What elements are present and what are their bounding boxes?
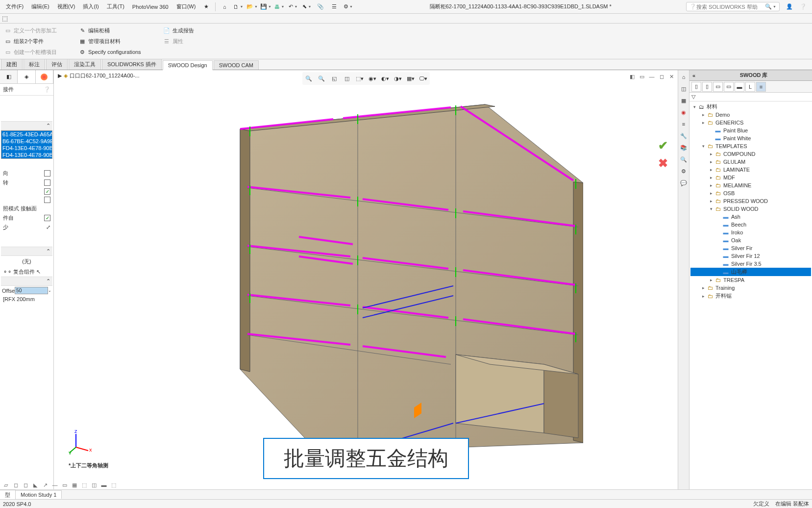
rp-collapse-icon[interactable]: « xyxy=(692,73,695,78)
tree-node-pressed-wood[interactable]: ▸🗀PRESSED WOOD xyxy=(690,197,811,205)
prev-view-icon[interactable]: ◱ xyxy=(329,73,340,84)
tab-0[interactable]: 建图 xyxy=(1,59,23,70)
tree-node-trespa[interactable]: ▸🗀TRESPA xyxy=(690,276,811,284)
tree-node-training[interactable]: ▸🗀Training xyxy=(690,284,811,292)
scene-icon[interactable]: ◐▾ xyxy=(380,73,391,84)
collapse-1[interactable]: ⌃ xyxy=(1,121,52,130)
left-tab-appearance[interactable] xyxy=(36,70,53,83)
left-tab-config[interactable]: ◈ xyxy=(18,70,35,83)
strip-wrench-icon[interactable]: 🔧 xyxy=(679,131,689,141)
tree-node-osb[interactable]: ▸🗀OSB xyxy=(690,189,811,197)
chk-1[interactable] xyxy=(44,170,50,177)
ribbon-properties[interactable]: ☰属性 xyxy=(162,36,195,46)
tree-node-generics[interactable]: ▸🗀GENERICS xyxy=(690,119,811,127)
rp-tab-2[interactable]: ▯ xyxy=(702,82,712,92)
settings-icon[interactable]: ⚙▼ xyxy=(342,1,354,13)
list-icon[interactable]: ☰ xyxy=(328,1,340,13)
strip-globe-icon[interactable]: ◉ xyxy=(679,107,689,117)
offset-dropdown[interactable]: ⌄ xyxy=(48,288,51,293)
strip-search-icon[interactable]: 🔍 xyxy=(679,154,689,164)
qb-9[interactable]: ⬚ xyxy=(80,481,88,489)
reject-icon[interactable]: ✖ xyxy=(658,156,668,170)
home-icon[interactable]: ⌂ xyxy=(219,1,230,13)
star-icon[interactable]: ★ xyxy=(200,1,212,13)
search-input[interactable] xyxy=(696,4,765,10)
menu-edit[interactable]: 编辑(E) xyxy=(27,0,53,13)
ribbon-define-shape[interactable]: ▭定义一个仿形加工 xyxy=(3,25,58,35)
material-tree[interactable]: ▾🗂材料 ▸🗀Demo▸🗀GENERICS▬Paint Blue▬Paint W… xyxy=(689,102,812,494)
bottom-tab-motion[interactable]: Motion Study 1 xyxy=(16,490,62,499)
new-icon[interactable]: 🗋▼ xyxy=(232,1,244,13)
rp-tab-3[interactable]: ▭ xyxy=(713,82,723,92)
zoom-fit-icon[interactable]: 🔍 xyxy=(303,73,314,84)
qb-2[interactable]: ◻ xyxy=(12,481,20,489)
screen-icon[interactable]: 🖵▾ xyxy=(418,73,429,84)
tree-node-silver-fir-12[interactable]: ▬Silver Fir 12 xyxy=(690,252,811,260)
tree-node-silver-fir-3.5[interactable]: ▬Silver Fir 3.5 xyxy=(690,260,811,268)
tab-6[interactable]: SWOOD CAM xyxy=(214,60,259,70)
help-icon[interactable]: ❔ xyxy=(797,1,809,13)
ribbon-manage-materials[interactable]: ▦管理项目材料 xyxy=(77,36,142,46)
strip-lib-icon[interactable]: 📚 xyxy=(679,143,689,152)
bottom-tab-model[interactable]: 型 xyxy=(0,490,16,500)
selection-list[interactable]: 61-8E25-43ED-A65A-I B6-67BE-4C52-9A9E- F… xyxy=(1,130,52,159)
chk-4[interactable] xyxy=(44,197,50,203)
search-icon[interactable]: 🔍 xyxy=(765,3,772,10)
orientation-triad[interactable]: z x y xyxy=(69,430,93,455)
tab-3[interactable]: 渲染工具 xyxy=(69,59,101,70)
collapse-2[interactable]: ⌃ xyxy=(1,247,52,256)
rp-tab-6[interactable]: L xyxy=(745,82,755,92)
tree-node-compound[interactable]: ▸🗀COMPOUND xyxy=(690,150,811,158)
strip-home-icon[interactable]: ⌂ xyxy=(679,72,689,82)
rp-tab-5[interactable]: ▬ xyxy=(735,82,744,92)
qb-1[interactable]: ▱ xyxy=(2,481,10,489)
display-style-icon[interactable]: ◉▾ xyxy=(367,73,378,84)
undo-icon[interactable]: ↶▼ xyxy=(287,1,299,13)
rp-tab-4[interactable]: ▭ xyxy=(724,82,734,92)
tree-node-paint-white[interactable]: ▬Paint White xyxy=(690,134,811,142)
chk-auto[interactable] xyxy=(44,215,50,221)
tree-node-demo[interactable]: ▸🗀Demo xyxy=(690,111,811,119)
strip-gear-icon[interactable]: ⚙ xyxy=(679,166,689,176)
tree-node-paint-blue[interactable]: ▬Paint Blue xyxy=(690,127,811,134)
viewport[interactable]: ▶◈口口口62-1700_11224A00-... 🔍 🔍 ◱ ◫ ⬚▾ ◉▾ … xyxy=(54,70,678,494)
user-icon[interactable]: 👤 xyxy=(784,1,795,13)
vp-close[interactable]: ✕ xyxy=(667,72,676,81)
search-box[interactable]: ❔ 🔍 ▼ xyxy=(686,2,780,11)
tab-5[interactable]: SWOOD Design xyxy=(163,60,213,70)
section-icon[interactable]: ◫ xyxy=(342,73,352,84)
rp-tab-7[interactable]: ≡ xyxy=(756,82,766,92)
menu-file[interactable]: 文件(F) xyxy=(2,0,27,13)
expand-icon[interactable]: ⤢ xyxy=(46,224,50,230)
qb-4[interactable]: ◣ xyxy=(31,481,39,489)
tab-1[interactable]: 标注 xyxy=(24,59,45,70)
qb-5[interactable]: ↗ xyxy=(41,481,49,489)
panel-help-icon[interactable]: ❔ xyxy=(44,86,50,93)
menu-photoview[interactable]: PhotoView 360 xyxy=(128,0,172,13)
qb-6[interactable]: — xyxy=(51,481,59,489)
menu-tools[interactable]: 工具(T) xyxy=(103,0,128,13)
qb-10[interactable]: ◫ xyxy=(90,481,98,489)
qb-8[interactable]: ▦ xyxy=(71,481,78,489)
ribbon-assemble-parts[interactable]: ▭组装2个零件 xyxy=(3,36,58,46)
render-icon[interactable]: ▦▾ xyxy=(405,73,416,84)
tree-node-oak[interactable]: ▬Oak xyxy=(690,236,811,244)
tree-node-mdf[interactable]: ▸🗀MDF xyxy=(690,174,811,181)
strip-chat-icon[interactable]: 💬 xyxy=(679,178,689,188)
tree-node-melamine[interactable]: ▸🗀MELAMINE xyxy=(690,181,811,189)
generic-icon[interactable]: ⬚ xyxy=(2,15,8,22)
print-icon[interactable]: 🖶▼ xyxy=(273,1,285,13)
rp-tab-1[interactable]: ▯ xyxy=(691,82,701,92)
qb-3[interactable]: ◻ xyxy=(22,481,29,489)
select-icon[interactable]: ⬉▼ xyxy=(301,1,313,13)
open-icon[interactable]: 📂▼ xyxy=(246,1,258,13)
tree-node-silver-fir[interactable]: ▬Silver Fir xyxy=(690,244,811,252)
tree-node-beech[interactable]: ▬Beech xyxy=(690,221,811,229)
tab-2[interactable]: 评估 xyxy=(46,59,68,70)
ribbon-specify-config[interactable]: ⚙Specify configurations xyxy=(77,47,142,57)
strip-cube-icon[interactable]: ◫ xyxy=(679,84,689,94)
vp-ctrl-2[interactable]: ▭ xyxy=(638,72,646,81)
save-icon[interactable]: 💾▼ xyxy=(260,1,271,13)
filter-icon[interactable]: ▽ xyxy=(691,94,695,100)
breadcrumb[interactable]: ▶◈口口口62-1700_11224A00-... xyxy=(58,72,139,79)
